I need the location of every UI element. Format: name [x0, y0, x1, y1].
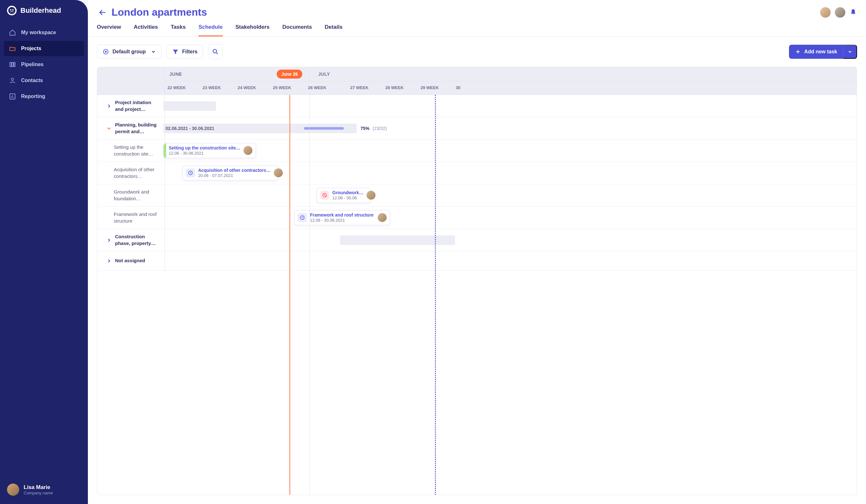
chevron-right-icon [106, 258, 112, 264]
task-card[interactable]: Groundwork… 12.06 - 30.06 [317, 188, 371, 203]
add-label: Add new task [804, 49, 837, 55]
assignee-avatar[interactable] [244, 146, 253, 155]
gantt-row: Setting up the construction site… Settin… [97, 139, 857, 162]
gantt-header: JUNE JULY June 26 22 WEEK 23 WEEK 24 WEE… [97, 67, 857, 95]
week-label: 27 WEEK [348, 81, 383, 94]
month-label: JUNE [167, 67, 185, 81]
task-title: Acquisition of other contractors… [198, 168, 271, 173]
row-label[interactable]: Project initation and project… [97, 95, 165, 117]
nav-item-label: Projects [21, 46, 41, 52]
bar-dates: 02.06.2021 - 30.06.2021 [166, 126, 214, 131]
brand-logo: Builderhead [0, 0, 88, 25]
group-label: Default group [112, 49, 146, 55]
tab-overview[interactable]: Overview [97, 24, 121, 36]
svg-point-0 [8, 7, 15, 14]
week-label: 30 [453, 81, 469, 94]
task-card[interactable]: Acquisition of other contractors… 20.06 … [182, 166, 278, 181]
gantt-row: Not assigned [97, 251, 857, 270]
tab-stakeholders[interactable]: Stakeholders [235, 24, 270, 36]
assignee-avatar[interactable] [367, 191, 376, 200]
user-company: Company name [24, 491, 53, 495]
search-button[interactable] [208, 44, 223, 59]
group-dropdown[interactable]: Default group [97, 45, 162, 59]
task-title: Framework and roof structure [310, 212, 374, 218]
member-avatar[interactable] [820, 7, 831, 18]
row-label[interactable]: Acquisition of other contractors… [97, 162, 165, 184]
group-bar[interactable] [163, 101, 216, 111]
week-label: 25 WEEK [270, 81, 306, 94]
sidebar-user[interactable]: Lisa Marie Company name [0, 478, 88, 504]
nav-projects[interactable]: Projects [4, 41, 84, 56]
member-avatar[interactable] [835, 7, 845, 18]
gantt-row: Project initation and project… [97, 95, 857, 117]
progress-count: (23/32) [373, 126, 387, 131]
topbar: London apartments [88, 0, 866, 18]
brand-icon [7, 6, 16, 15]
status-stripe-done [164, 143, 166, 158]
gantt-body[interactable]: Project initation and project… Planning,… [97, 95, 857, 495]
task-dates: 20.06 - 07.07.2021 [198, 173, 271, 178]
row-label[interactable]: Planning, building permit and… [97, 117, 165, 139]
svg-rect-3 [10, 63, 11, 67]
nav-item-label: Pipelines [21, 61, 43, 67]
row-label[interactable]: Groundwork and foundation… [97, 184, 165, 206]
clock-icon [298, 213, 307, 222]
user-name: Lisa Marie [24, 484, 53, 491]
progress-bar [304, 127, 344, 130]
week-label: 23 WEEK [200, 81, 235, 94]
week-label: 24 WEEK [235, 81, 270, 94]
week-label: 26 WEEK [306, 81, 348, 94]
main: London apartments Overview Activities Ta… [88, 0, 866, 504]
svg-point-2 [12, 9, 13, 11]
month-label: JULY [316, 67, 333, 81]
add-task-button[interactable]: Add new task [789, 45, 843, 59]
page-title: London apartments [112, 7, 207, 18]
week-label: 29 WEEK [418, 81, 453, 94]
tab-schedule[interactable]: Schedule [198, 24, 223, 36]
nav: My workspace Projects Pipelines Contacts… [0, 25, 88, 105]
week-label: 28 WEEK [383, 81, 418, 94]
task-dates: 12.06 - 30.06 [332, 195, 363, 201]
assignee-avatar[interactable] [378, 213, 387, 222]
week-label: 22 WEEK [165, 81, 200, 94]
tab-tasks[interactable]: Tasks [171, 24, 186, 36]
filters-label: Filters [182, 49, 198, 55]
svg-point-1 [10, 9, 11, 11]
brand-name: Builderhead [21, 7, 61, 15]
tab-details[interactable]: Details [325, 24, 343, 36]
row-label[interactable]: Construction phase, property… [97, 229, 165, 251]
assignee-avatar[interactable] [274, 169, 283, 178]
chevron-right-icon [106, 103, 112, 109]
gantt: JUNE JULY June 26 22 WEEK 23 WEEK 24 WEE… [88, 67, 866, 504]
today-badge: June 26 [277, 70, 302, 79]
add-task-dropdown[interactable] [843, 45, 857, 59]
blocked-icon [320, 191, 329, 200]
task-card[interactable]: Setting up the construction site… 12.06 … [163, 143, 256, 158]
nav-contacts[interactable]: Contacts [4, 73, 84, 88]
tabs: Overview Activities Tasks Schedule Stake… [88, 18, 866, 37]
row-label[interactable]: Not assigned [97, 251, 165, 270]
filters-button[interactable]: Filters [166, 45, 203, 59]
back-button[interactable] [97, 7, 108, 18]
row-label[interactable]: Framework and roof structure [97, 206, 165, 229]
svg-rect-4 [12, 63, 13, 67]
row-label[interactable]: Setting up the construction site… [97, 139, 165, 161]
user-avatar [7, 484, 19, 496]
nav-reporting[interactable]: Reporting [4, 89, 84, 104]
tab-documents[interactable]: Documents [282, 24, 312, 36]
tab-activities[interactable]: Activities [134, 24, 158, 36]
chevron-down-icon [847, 49, 853, 54]
notifications-icon[interactable] [850, 9, 857, 16]
nav-pipelines[interactable]: Pipelines [4, 57, 84, 72]
task-dates: 12.06 - 30.06.2021 [310, 218, 374, 223]
gantt-row: Framework and roof structure Framework a… [97, 206, 857, 229]
chevron-right-icon [106, 237, 112, 243]
sidebar: Builderhead My workspace Projects Pipeli… [0, 0, 88, 504]
task-title: Setting up the construction site… [169, 145, 240, 151]
task-card[interactable]: Framework and roof structure 12.06 - 30.… [294, 210, 390, 225]
plus-icon [795, 48, 801, 55]
nav-workspace[interactable]: My workspace [4, 25, 84, 40]
group-bar[interactable] [340, 235, 455, 245]
gantt-row: Construction phase, property… [97, 229, 857, 251]
task-dates: 12.06 - 30.06.2021 [169, 151, 240, 156]
